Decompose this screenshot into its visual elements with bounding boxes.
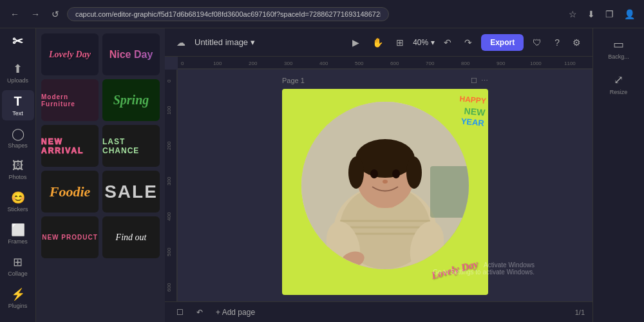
svg-text:200: 200: [166, 141, 172, 150]
template-sale[interactable]: SALE: [102, 171, 160, 213]
back-button[interactable]: ←: [6, 6, 23, 22]
canvas-circle-photo: [301, 102, 469, 269]
template-lovely-day[interactable]: Lovely Day: [41, 33, 99, 75]
template-modern-furniture[interactable]: Modern Furniture: [41, 79, 99, 121]
resize-panel-item[interactable]: ⤢ Resize: [596, 69, 641, 99]
new-arrival-text: NEW ARRIVAL: [41, 137, 99, 155]
template-new-arrival[interactable]: NEW ARRIVAL: [41, 125, 99, 167]
browser-topbar: ← → ↺ ☆ ⬇ ❐ 👤: [0, 0, 644, 28]
help-icon: ?: [554, 37, 560, 48]
sidebar-item-shapes[interactable]: ◯ Shapes: [2, 123, 34, 153]
page-copy-icon[interactable]: ☐: [471, 77, 477, 85]
person-svg: [301, 102, 469, 269]
right-panel: ▭ Backg... ⤢ Resize: [592, 28, 644, 322]
page-label-text: Page 1: [282, 77, 305, 84]
svg-text:1100: 1100: [564, 61, 576, 66]
undo-button[interactable]: ↶: [440, 35, 455, 50]
page-indicator: 1/1: [575, 308, 585, 316]
app-layout: ✂ ⬆ Uploads T Text ◯ Shapes 🖼 Photos 😊 S…: [0, 28, 644, 322]
sidebar-item-plugins[interactable]: ⚡ Plugins: [2, 283, 34, 313]
svg-text:200: 200: [249, 61, 258, 66]
download-button[interactable]: ⬇: [585, 6, 598, 22]
export-button[interactable]: Export: [481, 34, 524, 51]
add-page-label: + Add page: [216, 308, 255, 317]
template-spring[interactable]: Spring: [102, 79, 160, 121]
play-button[interactable]: ▶: [348, 35, 363, 50]
ruler-left: 0 100 200 300 400 500 600 700: [165, 70, 178, 301]
forward-button[interactable]: →: [27, 6, 44, 22]
templates-panel: ◀ ◀ ◀ Lovely Day Nice Day Modern Furnitu…: [36, 28, 165, 322]
settings-icon: ⚙: [573, 37, 581, 48]
sidebar-text-label: Text: [12, 110, 23, 117]
zoom-dropdown-icon: ▾: [431, 38, 435, 47]
templates-grid-wrapper: ◀ ◀ ◀ Lovely Day Nice Day Modern Furnitu…: [41, 33, 160, 258]
settings-button[interactable]: ⚙: [569, 35, 585, 50]
url-bar[interactable]: [67, 7, 389, 21]
background-panel-item[interactable]: ▭ Backg...: [596, 33, 641, 64]
template-nice-day[interactable]: Nice Day: [102, 33, 160, 75]
svg-point-35: [370, 169, 378, 178]
plugins-icon: ⚡: [11, 287, 25, 301]
svg-point-32: [355, 139, 415, 178]
canvas-frame[interactable]: HAPPY NEW YEAR Lovely Day: [282, 89, 488, 295]
title-dropdown-icon[interactable]: ▾: [251, 37, 255, 47]
hand-icon: ✋: [372, 37, 383, 48]
svg-point-36: [392, 169, 400, 178]
hand-tool-button[interactable]: ✋: [368, 35, 387, 50]
sidebar-stickers-label: Stickers: [7, 206, 28, 213]
frames-icon: ⬜: [11, 223, 25, 237]
refresh-button[interactable]: ↺: [48, 6, 63, 22]
sidebar-item-text[interactable]: T Text: [2, 90, 34, 120]
template-find-out[interactable]: Find out: [102, 216, 160, 258]
window-button[interactable]: ❐: [603, 6, 616, 22]
sidebar-item-uploads[interactable]: ⬆ Uploads: [2, 58, 34, 88]
sidebar-collage-label: Collage: [8, 270, 28, 277]
svg-text:0: 0: [181, 61, 184, 66]
svg-rect-41: [430, 166, 469, 218]
svg-point-34: [406, 156, 422, 189]
editor-toolbar: ☁ Untitled image ▾ ▶ ✋ ⊞ 40% ▾ ↶: [165, 28, 592, 57]
bottom-undo-button[interactable]: ↶: [193, 306, 207, 319]
cloud-save-button[interactable]: ☁: [173, 35, 189, 50]
shield-button[interactable]: 🛡: [529, 35, 545, 50]
template-last-chance[interactable]: LAST CHANCE: [102, 125, 160, 167]
bottom-bar: ☐ ↶ + Add page 1/1: [165, 301, 592, 322]
sidebar-frames-label: Frames: [8, 238, 28, 245]
document-title: Untitled image ▾: [194, 37, 255, 47]
canvas-wrapper: 0 100 200 300 400 500 600 700 800 900 10…: [165, 57, 592, 301]
svg-text:400: 400: [166, 212, 172, 221]
last-chance-text: LAST CHANCE: [102, 137, 160, 155]
sale-text: SALE: [104, 182, 158, 202]
svg-text:600: 600: [166, 283, 172, 292]
grid-button[interactable]: ⊞: [392, 35, 408, 50]
help-button[interactable]: ?: [551, 35, 564, 50]
play-icon: ▶: [352, 37, 359, 48]
uploads-icon: ⬆: [13, 62, 23, 76]
svg-text:100: 100: [213, 61, 222, 66]
sidebar-item-frames[interactable]: ⬜ Frames: [2, 219, 34, 249]
browser-controls: ☆ ⬇ ❐ 👤: [566, 6, 638, 22]
add-page-button[interactable]: + Add page: [212, 306, 259, 319]
redo-icon: ↷: [464, 37, 472, 48]
sidebar-item-stickers[interactable]: 😊 Stickers: [2, 187, 34, 216]
sidebar-item-collage[interactable]: ⊞ Collage: [2, 251, 34, 281]
canvas-scroll[interactable]: Page 1 ☐ ⋯: [178, 70, 592, 301]
page-more-icon[interactable]: ⋯: [481, 77, 488, 85]
sidebar-photos-label: Photos: [8, 174, 26, 180]
modern-furniture-text: Modern Furniture: [41, 93, 99, 108]
hny-year-text: YEAR: [457, 115, 485, 128]
sidebar-item-photos[interactable]: 🖼 Photos: [2, 155, 34, 184]
copy-page-button[interactable]: ☐: [173, 306, 187, 319]
redo-button[interactable]: ↷: [460, 35, 476, 50]
svg-text:400: 400: [319, 61, 328, 66]
svg-text:300: 300: [284, 61, 293, 66]
template-foodie[interactable]: Foodie: [41, 171, 99, 213]
hny-happy-text: HAPPY: [459, 94, 487, 106]
zoom-control[interactable]: 40% ▾: [413, 38, 435, 47]
svg-text:0: 0: [166, 79, 172, 82]
bookmark-button[interactable]: ☆: [566, 6, 580, 22]
sidebar-uploads-label: Uploads: [7, 77, 28, 84]
lovely-day-text: Lovely Day: [49, 50, 91, 60]
profile-button[interactable]: 👤: [621, 6, 638, 22]
template-new-product[interactable]: NEW PRODUCT: [41, 216, 99, 258]
